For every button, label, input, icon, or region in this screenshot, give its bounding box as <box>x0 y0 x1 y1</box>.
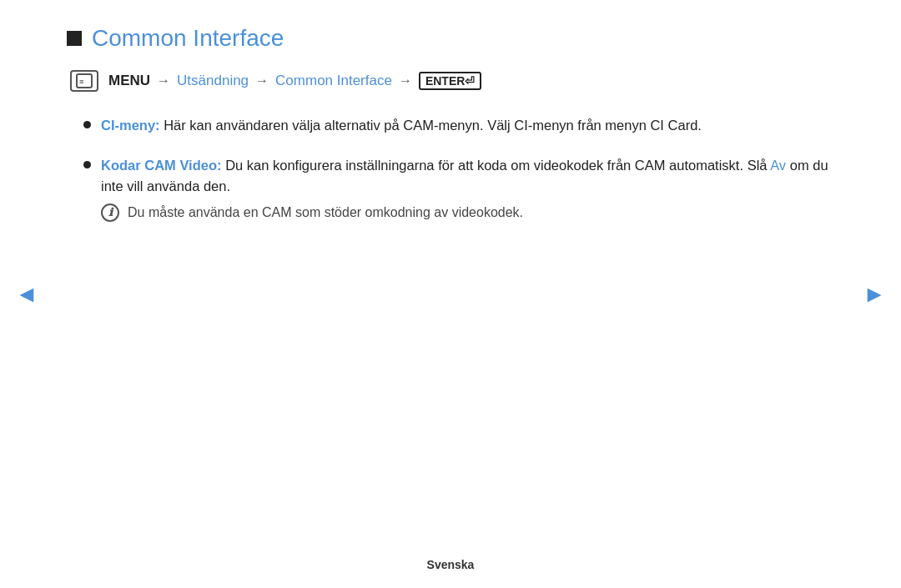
title-row: Common Interface <box>67 25 834 52</box>
page-content: Common Interface ≡ MENU → Utsändning → C… <box>0 0 901 223</box>
list-item: Kodar CAM Video: Du kan konfigurera inst… <box>83 155 834 224</box>
title-square-icon <box>67 31 82 46</box>
term-1: CI-meny: <box>101 118 160 133</box>
bullet-text-2a: Du kan konfigurera inställningarna för a… <box>225 158 770 173</box>
left-arrow-icon: ◄ <box>15 281 38 307</box>
term-2: Kodar CAM Video: <box>101 158 222 173</box>
arrow1: → <box>157 73 170 88</box>
content-list: CI-meny: Här kan användaren välja altern… <box>67 115 834 223</box>
arrow3: → <box>399 73 412 88</box>
bullet-dot-icon <box>83 161 91 168</box>
bullet-dot-icon <box>83 121 91 128</box>
nav-left-button[interactable]: ◄ <box>15 281 38 308</box>
menu-icon: ≡ <box>70 70 98 92</box>
enter-label: ENTER <box>425 74 465 88</box>
breadcrumb-step2[interactable]: Common Interface <box>275 73 392 89</box>
language-label: Svenska <box>427 558 475 571</box>
footer-language: Svenska <box>427 558 475 571</box>
note-row: ℹ Du måste använda en CAM som stöder omk… <box>101 203 834 224</box>
note-text: Du måste använda en CAM som stöder omkod… <box>128 203 523 224</box>
enter-icon: ENTER⏎ <box>419 72 481 90</box>
note-icon: ℹ <box>101 204 119 222</box>
bullet-content-1: CI-meny: Här kan användaren välja altern… <box>101 115 834 137</box>
menu-label: MENU <box>108 73 150 89</box>
nav-right-button[interactable]: ► <box>863 281 886 308</box>
svg-text:≡: ≡ <box>79 78 83 86</box>
bullet-text-1: Här kan användaren välja alternativ på C… <box>164 118 702 133</box>
breadcrumb-step1[interactable]: Utsändning <box>177 73 249 89</box>
right-arrow-icon: ► <box>863 281 886 307</box>
link-av: Av <box>770 158 786 173</box>
arrow2: → <box>255 73 269 88</box>
bullet-content-2: Kodar CAM Video: Du kan konfigurera inst… <box>101 155 834 224</box>
page-title: Common Interface <box>92 25 284 52</box>
list-item: CI-meny: Här kan användaren välja altern… <box>83 115 834 137</box>
breadcrumb: ≡ MENU → Utsändning → Common Interface →… <box>67 70 834 92</box>
